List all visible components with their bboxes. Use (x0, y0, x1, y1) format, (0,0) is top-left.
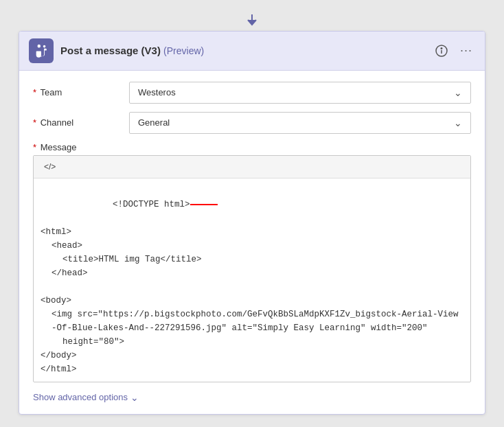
teams-logo-icon (34, 43, 49, 58)
code-line-body-open: <body> (41, 294, 463, 308)
channel-select-wrap: General ⌄ (129, 112, 471, 134)
message-label-text: Message (41, 142, 77, 152)
info-button[interactable] (433, 42, 450, 60)
editor-toolbar: </> (34, 156, 470, 178)
message-required-star: * (33, 142, 36, 152)
code-line-title: <title>HTML img Tag</title> (41, 253, 463, 266)
editor-content[interactable]: <!DOCTYPE html> <html> <head> <title>HTM… (34, 178, 470, 382)
ellipsis-icon: ··· (460, 43, 472, 58)
more-options-button[interactable]: ··· (457, 41, 475, 60)
preview-label: (Preview) (163, 45, 204, 56)
chevron-down-icon: ⌄ (130, 392, 139, 403)
code-line-html-close: </html> (41, 362, 463, 376)
team-select-wrap: Westeros ⌄ (129, 82, 471, 104)
code-line-head-close: </head> (41, 266, 463, 280)
show-advanced-label: Show advanced options (33, 392, 128, 402)
connector-arrow (244, 13, 260, 28)
team-label-text: Team (40, 87, 62, 97)
message-section: * Message </> <!DOCTYPE html> (33, 142, 471, 382)
svg-point-3 (441, 47, 442, 49)
action-card: Post a message (V3) (Preview) ··· (19, 31, 485, 415)
card-title: Post a message (V3) (Preview) (60, 45, 426, 56)
channel-label-text: Channel (41, 117, 73, 128)
team-label: * Team (33, 87, 129, 97)
html-button-label: </> (44, 162, 56, 172)
code-line-html-open: <html> (41, 225, 463, 239)
code-line-body-close: </body> (41, 349, 463, 362)
channel-select[interactable]: General ⌄ (129, 112, 471, 134)
team-value: Westeros (138, 87, 176, 97)
code-line-blank (41, 280, 463, 294)
title-text: Post a message (V3) (60, 45, 161, 56)
show-advanced-button[interactable]: Show advanced options ⌄ (33, 392, 139, 403)
channel-chevron-icon: ⌄ (454, 117, 462, 128)
card-body: * Team Westeros ⌄ * Channel (19, 71, 485, 414)
team-row: * Team Westeros ⌄ (33, 82, 471, 104)
message-label-row: * Message (33, 142, 471, 152)
code-line-doctype: <!DOCTYPE html> (41, 184, 463, 225)
team-required-star: * (33, 87, 36, 97)
code-line-head-open: <head> (41, 239, 463, 253)
message-editor: </> <!DOCTYPE html> <html> <head> <title… (33, 155, 471, 382)
card-header: Post a message (V3) (Preview) ··· (19, 32, 485, 71)
header-actions: ··· (433, 41, 475, 60)
code-line-img: <img src="https://p.bigstockphoto.com/Ge… (41, 308, 463, 335)
channel-row: * Channel General ⌄ (33, 112, 471, 134)
team-chevron-icon: ⌄ (454, 87, 462, 98)
channel-value: General (138, 117, 170, 128)
html-mode-button[interactable]: </> (41, 160, 59, 174)
code-line-img-height: height="80"> (41, 335, 463, 349)
info-icon (435, 45, 448, 57)
team-select[interactable]: Westeros ⌄ (129, 82, 471, 104)
channel-required-star: * (33, 117, 36, 128)
channel-label: * Channel (33, 117, 129, 128)
teams-icon (29, 38, 54, 63)
